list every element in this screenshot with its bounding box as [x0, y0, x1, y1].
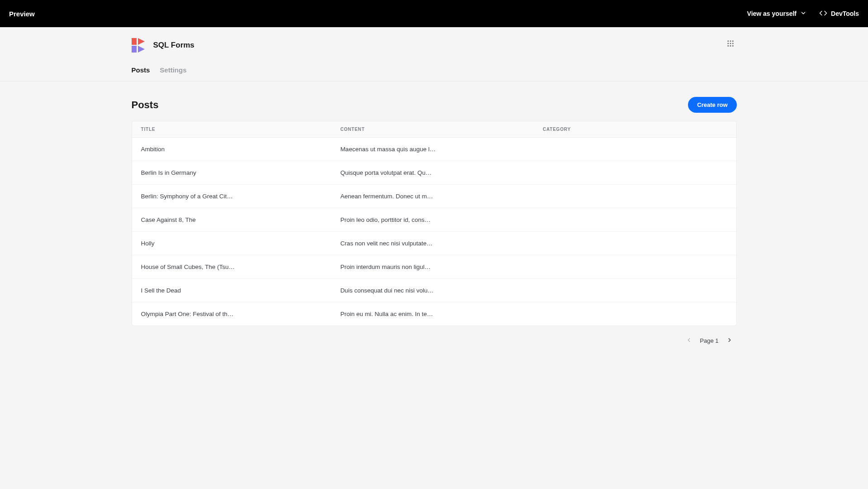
svg-point-10	[732, 45, 733, 47]
page-title: Posts	[132, 99, 159, 111]
cell-content: Proin eu mi. Nulla ac enim. In te…	[331, 302, 534, 326]
cell-category	[534, 161, 736, 185]
cell-category	[534, 185, 736, 208]
table-row[interactable]: House of Small Cubes, The (Tsu…Proin int…	[132, 255, 736, 279]
svg-point-6	[730, 43, 731, 44]
column-header-title[interactable]: TITLE	[132, 121, 332, 138]
app-title: SQL Forms	[153, 41, 194, 50]
tabs: Posts Settings	[132, 53, 737, 81]
column-header-category[interactable]: CATEGORY	[534, 121, 736, 138]
cell-title: Olympia Part One: Festival of th…	[132, 302, 332, 326]
cell-content: Cras non velit nec nisi vulputate…	[331, 232, 534, 255]
page-head: Posts Create row	[132, 97, 737, 113]
view-as-label: View as yourself	[747, 10, 797, 17]
svg-rect-1	[132, 46, 137, 53]
table-row[interactable]: Berlin: Symphony of a Great Cit…Aenean f…	[132, 185, 736, 208]
svg-rect-0	[132, 38, 137, 45]
pagination-label: Page 1	[700, 337, 718, 344]
posts-table: TITLE CONTENT CATEGORY AmbitionMaecenas …	[132, 121, 737, 326]
cell-title: Berlin Is in Germany	[132, 161, 332, 185]
chevron-down-icon	[800, 10, 806, 18]
cell-category	[534, 302, 736, 326]
topbar: Preview View as yourself DevTools	[0, 0, 868, 27]
app-header: SQL Forms	[132, 27, 737, 53]
cell-category	[534, 208, 736, 232]
table-header-row: TITLE CONTENT CATEGORY	[132, 121, 736, 138]
cell-title: Ambition	[132, 138, 332, 161]
cell-content: Duis consequat dui nec nisi volu…	[331, 279, 534, 302]
cell-category	[534, 255, 736, 279]
cell-content: Aenean fermentum. Donec ut m…	[331, 185, 534, 208]
table-row[interactable]: Case Against 8, TheProin leo odio, portt…	[132, 208, 736, 232]
topbar-right: View as yourself DevTools	[747, 9, 859, 19]
cell-category	[534, 279, 736, 302]
chevron-left-icon	[686, 337, 692, 345]
table-row[interactable]: Olympia Part One: Festival of th…Proin e…	[132, 302, 736, 326]
cell-content: Proin leo odio, porttitor id, cons…	[331, 208, 534, 232]
tab-posts[interactable]: Posts	[132, 66, 150, 81]
cell-content: Proin interdum mauris non ligul…	[331, 255, 534, 279]
chevron-right-icon	[726, 337, 733, 345]
svg-point-5	[727, 43, 729, 44]
cell-category	[534, 138, 736, 161]
content: Posts Create row TITLE CONTENT CATEGORY	[132, 82, 737, 355]
svg-point-9	[730, 45, 731, 47]
svg-point-7	[732, 43, 733, 44]
preview-label: Preview	[9, 10, 35, 18]
pagination-next-button[interactable]	[724, 335, 735, 346]
cell-content: Maecenas ut massa quis augue l…	[331, 138, 534, 161]
tab-settings[interactable]: Settings	[160, 66, 186, 81]
svg-point-3	[730, 40, 731, 42]
svg-point-2	[727, 40, 729, 42]
cell-title: House of Small Cubes, The (Tsu…	[132, 255, 332, 279]
app-logo-icon	[132, 37, 148, 53]
cell-title: Berlin: Symphony of a Great Cit…	[132, 185, 332, 208]
column-header-content[interactable]: CONTENT	[331, 121, 534, 138]
svg-point-4	[732, 40, 733, 42]
table-row[interactable]: Berlin Is in GermanyQuisque porta volutp…	[132, 161, 736, 185]
cell-category	[534, 232, 736, 255]
create-row-button[interactable]: Create row	[688, 97, 736, 113]
app-brand: SQL Forms	[132, 37, 737, 53]
cell-title: Holly	[132, 232, 332, 255]
table-row[interactable]: HollyCras non velit nec nisi vulputate…	[132, 232, 736, 255]
cell-title: Case Against 8, The	[132, 208, 332, 232]
pagination: Page 1	[132, 326, 737, 355]
devtools-button[interactable]: DevTools	[819, 9, 859, 19]
svg-point-8	[727, 45, 729, 47]
apps-grid-icon[interactable]	[724, 37, 737, 50]
table-row[interactable]: AmbitionMaecenas ut massa quis augue l…	[132, 138, 736, 161]
code-icon	[819, 9, 827, 19]
devtools-label: DevTools	[831, 10, 859, 17]
view-as-dropdown[interactable]: View as yourself	[747, 10, 806, 18]
table-row[interactable]: I Sell the DeadDuis consequat dui nec ni…	[132, 279, 736, 302]
cell-content: Quisque porta volutpat erat. Qu…	[331, 161, 534, 185]
cell-title: I Sell the Dead	[132, 279, 332, 302]
pagination-prev-button[interactable]	[683, 335, 694, 346]
app-area: SQL Forms Posts Settings Posts Create ro…	[0, 27, 868, 355]
